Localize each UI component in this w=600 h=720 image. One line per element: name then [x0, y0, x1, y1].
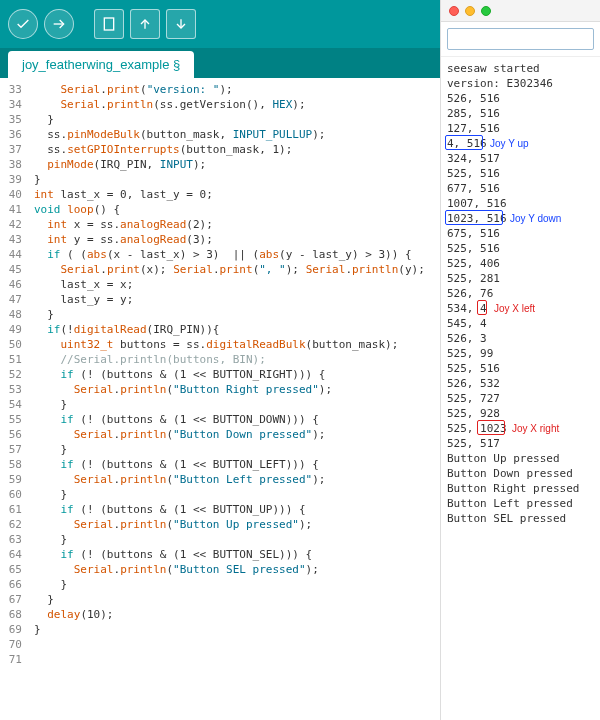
serial-line: Button Left pressed — [447, 496, 594, 511]
toolbar — [0, 0, 440, 48]
serial-line: seesaw started — [447, 61, 594, 76]
verify-button[interactable] — [8, 9, 38, 39]
serial-line: version: E302346 — [447, 76, 594, 91]
serial-line: 285, 516 — [447, 106, 594, 121]
serial-line: 1007, 516 — [447, 196, 594, 211]
serial-line: 525, 99 — [447, 346, 594, 361]
serial-line: 545, 4 — [447, 316, 594, 331]
serial-line: Button Down pressed — [447, 466, 594, 481]
svg-rect-1 — [104, 18, 113, 30]
arrow-up-icon — [137, 16, 153, 32]
check-icon — [15, 16, 31, 32]
serial-line: Button SEL pressed — [447, 511, 594, 526]
serial-input-row — [441, 22, 600, 57]
serial-line: 324, 517 — [447, 151, 594, 166]
serial-line: 525, 516 — [447, 166, 594, 181]
maximize-icon[interactable] — [481, 6, 491, 16]
serial-line: 525, 406 — [447, 256, 594, 271]
serial-titlebar[interactable] — [441, 0, 600, 22]
code-area[interactable]: 3334353637383940414243444546474849505152… — [0, 78, 440, 720]
serial-line: 525, 727 — [447, 391, 594, 406]
serial-output[interactable]: seesaw startedversion: E302346526, 51628… — [441, 57, 600, 720]
upload-button[interactable] — [44, 9, 74, 39]
serial-line: 677, 516 — [447, 181, 594, 196]
open-button[interactable] — [130, 9, 160, 39]
serial-line: 525, 928 — [447, 406, 594, 421]
serial-line: 1023, 516 — [447, 211, 594, 226]
serial-line: 534, 4 — [447, 301, 594, 316]
close-icon[interactable] — [449, 6, 459, 16]
serial-line: Button Up pressed — [447, 451, 594, 466]
minimize-icon[interactable] — [465, 6, 475, 16]
file-icon — [101, 16, 117, 32]
serial-line: 525, 281 — [447, 271, 594, 286]
serial-line: 526, 76 — [447, 286, 594, 301]
serial-line: 525, 516 — [447, 361, 594, 376]
tab-bar: joy_featherwing_example § — [0, 48, 440, 78]
serial-line: 525, 517 — [447, 436, 594, 451]
line-gutter: 3334353637383940414243444546474849505152… — [0, 78, 28, 720]
editor-pane: joy_featherwing_example § 33343536373839… — [0, 0, 440, 720]
new-button[interactable] — [94, 9, 124, 39]
code-content[interactable]: Serial.print("version: "); Serial.printl… — [28, 78, 440, 720]
serial-line: 675, 516 — [447, 226, 594, 241]
serial-line: 127, 516 — [447, 121, 594, 136]
serial-line: 526, 516 — [447, 91, 594, 106]
serial-line: 525, 1023 — [447, 421, 594, 436]
arrow-right-icon — [51, 16, 67, 32]
serial-line: 4, 516 — [447, 136, 594, 151]
serial-input[interactable] — [447, 28, 594, 50]
serial-line: 526, 532 — [447, 376, 594, 391]
serial-line: 525, 516 — [447, 241, 594, 256]
serial-line: 526, 3 — [447, 331, 594, 346]
save-button[interactable] — [166, 9, 196, 39]
serial-line: Button Right pressed — [447, 481, 594, 496]
serial-monitor-pane: seesaw startedversion: E302346526, 51628… — [440, 0, 600, 720]
arrow-down-icon — [173, 16, 189, 32]
tab-sketch[interactable]: joy_featherwing_example § — [8, 51, 194, 78]
